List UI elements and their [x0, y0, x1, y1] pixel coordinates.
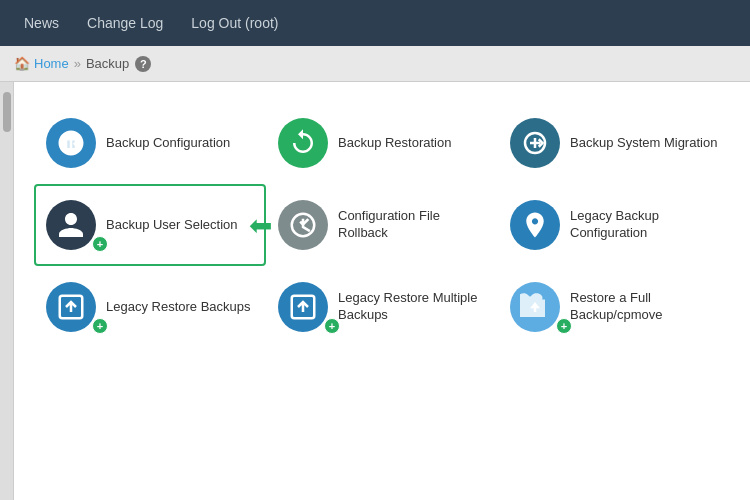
breadcrumb: 🏠 Home » Backup ? — [0, 46, 750, 82]
icon-wrapper-backup-restore — [278, 118, 338, 168]
nav-logout[interactable]: Log Out (root) — [177, 0, 292, 46]
scroll-thumb — [3, 92, 11, 132]
top-nav: News Change Log Log Out (root) — [0, 0, 750, 46]
icon-wrapper-backup-config — [46, 118, 106, 168]
card-config-file-rollback[interactable]: Configuration File Rollback — [266, 184, 498, 266]
rollback-icon — [278, 200, 328, 250]
legacy-restore-label: Legacy Restore Backups — [106, 299, 251, 316]
rollback-label: Configuration File Rollback — [338, 208, 486, 242]
restore-full-badge: + — [556, 318, 572, 334]
migration-label: Backup System Migration — [570, 135, 717, 152]
card-backup-user-selection[interactable]: + Backup User Selection ⬅ — [34, 184, 266, 266]
icon-wrapper-user: + — [46, 200, 106, 250]
icon-wrapper-legacy-restore-multi: + — [278, 282, 338, 332]
legacy-restore-multi-label: Legacy Restore Multiple Backups — [338, 290, 486, 324]
backup-restore-icon — [278, 118, 328, 168]
icon-wrapper-legacy-restore: + — [46, 282, 106, 332]
user-selection-label: Backup User Selection — [106, 217, 238, 234]
nav-news[interactable]: News — [10, 0, 73, 46]
card-backup-system-migration[interactable]: Backup System Migration — [498, 102, 730, 184]
legacy-restore-multi-icon — [278, 282, 328, 332]
restore-full-label: Restore a Full Backup/cpmove — [570, 290, 718, 324]
icon-wrapper-restore-full: + — [510, 282, 570, 332]
card-restore-full-backup[interactable]: + Restore a Full Backup/cpmove — [498, 266, 730, 348]
legacy-restore-icon — [46, 282, 96, 332]
legacy-config-icon — [510, 200, 560, 250]
breadcrumb-current: Backup — [86, 56, 129, 71]
backup-restore-label: Backup Restoration — [338, 135, 451, 152]
legacy-restore-badge: + — [92, 318, 108, 334]
card-legacy-restore-multiple[interactable]: + Legacy Restore Multiple Backups — [266, 266, 498, 348]
layout: Backup Configuration Backup Restoration — [0, 82, 750, 500]
icon-wrapper-rollback — [278, 200, 338, 250]
nav-changelog[interactable]: Change Log — [73, 0, 177, 46]
restore-full-icon — [510, 282, 560, 332]
card-backup-restoration[interactable]: Backup Restoration — [266, 102, 498, 184]
backup-config-label: Backup Configuration — [106, 135, 230, 152]
user-icon — [46, 200, 96, 250]
main-content: Backup Configuration Backup Restoration — [14, 82, 750, 500]
legacy-config-label: Legacy Backup Configuration — [570, 208, 718, 242]
backup-config-icon — [46, 118, 96, 168]
selection-arrow: ⬅ — [249, 209, 272, 242]
sidebar-scroll[interactable] — [0, 82, 14, 500]
user-badge: + — [92, 236, 108, 252]
items-grid: Backup Configuration Backup Restoration — [34, 102, 730, 348]
help-icon[interactable]: ? — [135, 56, 151, 72]
icon-wrapper-legacy-config — [510, 200, 570, 250]
breadcrumb-home[interactable]: Home — [34, 56, 69, 71]
card-legacy-restore-backups[interactable]: + Legacy Restore Backups — [34, 266, 266, 348]
home-icon: 🏠 — [14, 56, 30, 71]
legacy-restore-multi-badge: + — [324, 318, 340, 334]
card-backup-configuration[interactable]: Backup Configuration — [34, 102, 266, 184]
icon-wrapper-migration — [510, 118, 570, 168]
card-legacy-backup-config[interactable]: Legacy Backup Configuration — [498, 184, 730, 266]
breadcrumb-sep: » — [74, 56, 81, 71]
migration-icon — [510, 118, 560, 168]
